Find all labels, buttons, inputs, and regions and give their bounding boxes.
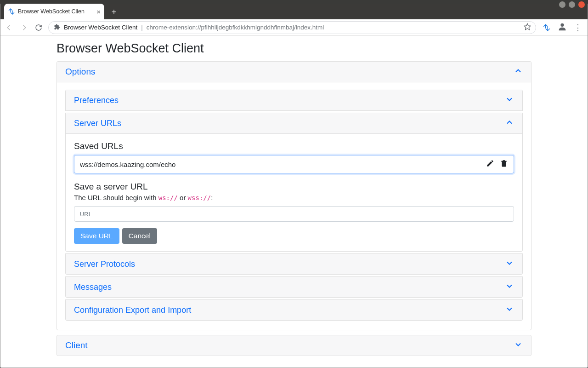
- panel-messages-label: Messages: [74, 282, 112, 292]
- window-close-button[interactable]: [578, 1, 585, 8]
- panel-config-label: Configuration Export and Import: [74, 305, 191, 315]
- panel-config: Configuration Export and Import: [65, 299, 523, 321]
- panel-messages: Messages: [65, 276, 523, 298]
- page-title: Browser WebSocket Client: [57, 41, 531, 56]
- websocket-icon: [8, 8, 15, 15]
- extension-button[interactable]: [543, 23, 551, 32]
- page-viewport: Browser WebSocket Client Options Prefere…: [0, 36, 588, 368]
- panel-options-label: Options: [65, 67, 95, 77]
- save-url-label: Save a server URL: [74, 182, 514, 192]
- omnibox-host: Browser WebSocket Client: [64, 24, 137, 31]
- extension-icon: [53, 23, 60, 32]
- chevron-up-icon: [505, 118, 514, 129]
- nav-reload-button[interactable]: [34, 23, 44, 33]
- save-url-hint: The URL should begin with ws:// or wss:/…: [74, 194, 514, 201]
- tab-strip: Browser WebSocket Clien × +: [0, 4, 588, 19]
- panel-server-protocols-header[interactable]: Server Protocols: [66, 254, 522, 274]
- chevron-down-icon: [514, 340, 523, 351]
- tab-title: Browser WebSocket Clien: [18, 8, 94, 15]
- panel-options-header[interactable]: Options: [57, 62, 531, 82]
- window-minimize-button[interactable]: [559, 1, 565, 8]
- panel-preferences: Preferences: [65, 90, 523, 111]
- hint-suffix: :: [211, 194, 213, 201]
- panel-options: Options Preferences: [57, 61, 531, 330]
- chevron-down-icon: [505, 305, 514, 316]
- panel-server-urls-header[interactable]: Server URLs: [66, 113, 522, 134]
- saved-urls-label: Saved URLs: [74, 141, 514, 151]
- nav-forward-button[interactable]: [19, 23, 29, 33]
- panel-client-header[interactable]: Client: [57, 335, 531, 356]
- save-url-button[interactable]: Save URL: [74, 228, 119, 244]
- chevron-down-icon: [505, 282, 514, 293]
- panel-client: Client: [57, 335, 531, 356]
- hint-wss-code: wss://: [188, 194, 211, 201]
- svg-marker-0: [524, 23, 530, 29]
- panel-server-urls-body: Saved URLs wss://demos.kaazing.com/echo: [66, 134, 522, 251]
- panel-options-body: Preferences Server URLs: [57, 82, 531, 330]
- panel-server-urls: Server URLs Saved URLs wss://demos.kaazi…: [65, 113, 523, 252]
- window-maximize-button[interactable]: [569, 1, 575, 8]
- browser-window: Browser WebSocket Clien × + Browser WebS…: [0, 4, 588, 368]
- new-tab-button[interactable]: +: [108, 6, 120, 17]
- omnibox-path: chrome-extension://pflhhlijdegbfkdkkhmig…: [147, 24, 520, 31]
- save-url-buttons: Save URL Cancel: [74, 228, 514, 244]
- edit-icon[interactable]: [486, 159, 494, 169]
- profile-avatar-button[interactable]: [557, 22, 567, 34]
- page-container: Browser WebSocket Client Options Prefere…: [57, 41, 531, 356]
- trash-icon[interactable]: [500, 159, 508, 169]
- panel-server-protocols-label: Server Protocols: [74, 259, 135, 269]
- chevron-up-icon: [514, 66, 523, 77]
- panel-config-header[interactable]: Configuration Export and Import: [66, 300, 522, 320]
- url-input[interactable]: [74, 206, 514, 222]
- panel-preferences-header[interactable]: Preferences: [66, 90, 522, 110]
- options-subpanels: Preferences Server URLs: [65, 90, 523, 321]
- panel-preferences-label: Preferences: [74, 96, 119, 105]
- kebab-menu-icon[interactable]: ⋮: [574, 23, 582, 33]
- hint-prefix: The URL should begin with: [74, 194, 158, 201]
- bookmark-star-icon[interactable]: [524, 23, 531, 32]
- panel-server-urls-label: Server URLs: [74, 119, 121, 128]
- panel-client-label: Client: [65, 340, 88, 351]
- chevron-down-icon: [505, 259, 514, 270]
- omnibox-separator: |: [141, 24, 143, 31]
- cancel-button[interactable]: Cancel: [122, 228, 157, 244]
- svg-point-1: [560, 23, 564, 26]
- saved-url-text: wss://demos.kaazing.com/echo: [80, 161, 481, 168]
- hint-ws-code: ws://: [158, 194, 178, 201]
- panel-messages-header[interactable]: Messages: [66, 277, 522, 297]
- chevron-down-icon: [505, 95, 514, 106]
- toolbar-right: ⋮: [541, 22, 584, 34]
- tab-close-icon[interactable]: ×: [96, 8, 101, 15]
- address-bar[interactable]: Browser WebSocket Client | chrome-extens…: [48, 21, 536, 34]
- window-titlebar: [0, 0, 588, 4]
- hint-or: or: [178, 194, 188, 201]
- saved-url-row[interactable]: wss://demos.kaazing.com/echo: [74, 155, 514, 173]
- browser-tab[interactable]: Browser WebSocket Clien ×: [4, 4, 104, 19]
- nav-back-button[interactable]: [4, 23, 14, 33]
- window-controls: [559, 1, 585, 8]
- panel-server-protocols: Server Protocols: [65, 253, 523, 275]
- browser-toolbar: Browser WebSocket Client | chrome-extens…: [0, 19, 588, 36]
